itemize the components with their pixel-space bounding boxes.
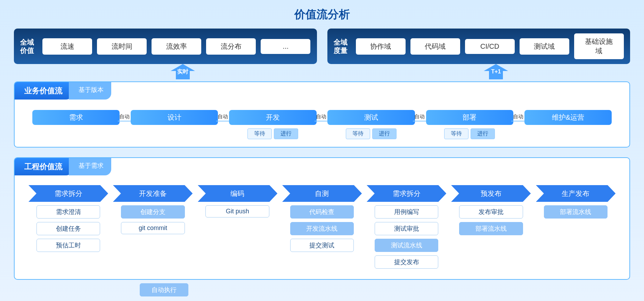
task-chip: 创建分支 bbox=[121, 205, 185, 219]
business-stage: 设计自动 bbox=[127, 110, 222, 125]
step-chevron: 生产发布 bbox=[536, 185, 616, 202]
task-chip: 部署流水线 bbox=[544, 205, 608, 219]
engineering-step: 生产发布部署流水线 bbox=[536, 185, 616, 219]
diagram-title: 价值流分析 bbox=[14, 7, 630, 22]
step-chevron: 预发布 bbox=[451, 185, 531, 202]
chip-flow-distribution: 流分布 bbox=[206, 38, 256, 55]
task-chip: git commit bbox=[121, 222, 185, 234]
global-value-label: 全域 价值 bbox=[20, 38, 38, 55]
chip-flow-efficiency: 流效率 bbox=[152, 38, 201, 55]
arrow-tplus1-label: T+1 bbox=[491, 69, 501, 75]
business-stage: 维护&运营 bbox=[521, 110, 616, 125]
chip-test: 测试域 bbox=[520, 38, 569, 55]
step-label: 编码 bbox=[230, 189, 244, 198]
chip-flow-speed: 流速 bbox=[42, 38, 92, 55]
sub-status-pill: 等待 bbox=[247, 128, 272, 139]
task-chip: 创建任务 bbox=[36, 222, 100, 235]
step-chevron: 编码 bbox=[198, 185, 277, 202]
step-chevron: 自测 bbox=[282, 185, 362, 202]
business-value-panel: 业务价值流 基于版本 需求自动设计自动开发等待进行自动测试等待进行自动部署等待进… bbox=[14, 81, 630, 148]
step-label: 需求拆分 bbox=[393, 189, 421, 198]
chip-collab: 协作域 bbox=[356, 38, 406, 55]
step-chevron: 开发准备 bbox=[113, 185, 193, 202]
task-chip: Git push bbox=[205, 205, 269, 217]
engineering-step: 编码Git push bbox=[198, 185, 277, 217]
task-chip: 测试流水线 bbox=[375, 239, 438, 252]
sub-status-pill: 进行 bbox=[471, 128, 495, 139]
legend-auto-chip: 自动执行 bbox=[140, 283, 188, 296]
legend-auto-exec: 自动执行 bbox=[140, 283, 188, 296]
business-stage: 开发等待进行自动 bbox=[225, 110, 320, 139]
engineering-step-row: 需求拆分需求澄清创建任务预估工时开发准备创建分支git commit编码Git … bbox=[15, 175, 629, 269]
business-panel-title: 业务价值流 bbox=[15, 82, 72, 100]
chip-more: ... bbox=[261, 39, 310, 54]
task-chip: 代码检查 bbox=[290, 205, 354, 219]
engineering-panel-subtitle: 基于需求 bbox=[69, 158, 111, 175]
task-chip: 预估工时 bbox=[36, 239, 100, 252]
business-stage: 部署等待进行自动 bbox=[422, 110, 517, 139]
stage-pill: 开发 bbox=[229, 110, 316, 125]
stage-pill: 设计 bbox=[131, 110, 218, 125]
task-chip: 部署流水线 bbox=[459, 222, 523, 235]
task-chip: 测试审批 bbox=[375, 222, 438, 235]
engineering-value-panel: 工程价值流 基于需求 需求拆分需求澄清创建任务预估工时开发准备创建分支git c… bbox=[14, 157, 630, 280]
chip-cicd: CI/CD bbox=[465, 39, 515, 54]
global-measure-label: 全域 度量 bbox=[334, 38, 351, 55]
task-chip: 发布审批 bbox=[459, 205, 523, 219]
engineering-step: 预发布发布审批部署流水线 bbox=[451, 185, 531, 235]
stage-pill: 维护&运营 bbox=[524, 110, 612, 125]
step-chevron: 需求拆分 bbox=[367, 185, 446, 202]
step-label: 自测 bbox=[315, 189, 329, 198]
sub-status-pill: 等待 bbox=[444, 128, 468, 139]
chip-infra: 基础设施域 bbox=[574, 33, 624, 59]
engineering-step: 需求拆分需求澄清创建任务预估工时 bbox=[28, 185, 108, 252]
task-chip: 提交发布 bbox=[375, 255, 438, 269]
sub-status-pill: 等待 bbox=[346, 128, 370, 139]
global-value-panel: 全域 价值 流速 流时间 流效率 流分布 ... 实时 bbox=[14, 29, 317, 64]
step-label: 开发准备 bbox=[139, 189, 167, 198]
sub-status-pill: 进行 bbox=[274, 128, 298, 139]
step-label: 生产发布 bbox=[562, 189, 589, 198]
business-stage: 测试等待进行自动 bbox=[324, 110, 419, 139]
engineering-step: 需求拆分用例编写测试审批测试流水线提交发布 bbox=[367, 185, 446, 269]
stage-pill: 部署 bbox=[426, 110, 513, 125]
engineering-step: 自测代码检查开发流水线提交测试 bbox=[282, 185, 362, 252]
top-row: 全域 价值 流速 流时间 流效率 流分布 ... 实时 全域 度量 协作域 代码… bbox=[14, 29, 630, 64]
sub-status-pill: 进行 bbox=[372, 128, 397, 139]
step-label: 需求拆分 bbox=[55, 189, 82, 198]
chip-code: 代码域 bbox=[410, 38, 460, 55]
task-chip: 提交测试 bbox=[290, 239, 354, 252]
engineering-step: 开发准备创建分支git commit bbox=[113, 185, 193, 234]
engineering-panel-title: 工程价值流 bbox=[15, 158, 72, 175]
chip-flow-time: 流时间 bbox=[97, 38, 147, 55]
business-panel-subtitle: 基于版本 bbox=[69, 82, 111, 100]
step-chevron: 需求拆分 bbox=[28, 185, 108, 202]
business-stage: 需求自动 bbox=[28, 110, 123, 125]
task-chip: 开发流水线 bbox=[290, 222, 354, 235]
step-label: 预发布 bbox=[481, 189, 502, 198]
arrow-realtime-label: 实时 bbox=[177, 68, 188, 76]
stage-pill: 测试 bbox=[327, 110, 415, 125]
business-stage-row: 需求自动设计自动开发等待进行自动测试等待进行自动部署等待进行自动维护&运营 bbox=[15, 100, 629, 139]
task-chip: 需求澄清 bbox=[36, 205, 100, 219]
task-chip: 用例编写 bbox=[375, 205, 438, 219]
global-measure-panel: 全域 度量 协作域 代码域 CI/CD 测试域 基础设施域 T+1 bbox=[327, 29, 630, 64]
stage-pill: 需求 bbox=[32, 110, 120, 125]
